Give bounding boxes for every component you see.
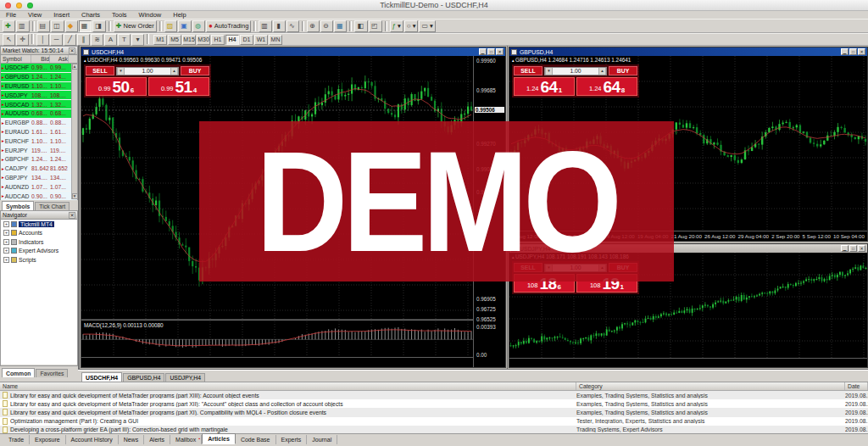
usdchf-window-titlebar[interactable]: USDCHF,H4 ▁ □ ✕: [81, 47, 505, 56]
timeframe-button[interactable]: H4: [225, 35, 239, 45]
market-watch-row[interactable]: ▸EURCHF 1.10... 1.10...: [1, 137, 77, 146]
menu-item[interactable]: Window: [133, 11, 168, 19]
maximize-icon[interactable]: □: [487, 48, 495, 55]
autotrading-button[interactable]: ● AutoTrading: [206, 20, 251, 32]
trendline-tool[interactable]: ╱: [64, 34, 76, 46]
templates-button[interactable]: ▭ ▾: [419, 20, 435, 32]
toolbar-button[interactable]: [159, 21, 162, 31]
chart-tab[interactable]: USDCHF,H4: [81, 372, 122, 382]
community-button[interactable]: ▣: [178, 20, 192, 32]
drawing-tool-button[interactable]: [31, 34, 34, 44]
toolbar-button[interactable]: [385, 21, 387, 31]
indicator-separator[interactable]: [81, 319, 505, 321]
tree-expander-icon[interactable]: +: [3, 248, 9, 254]
volume-stepper[interactable]: ▼ 1.00 ▲: [544, 67, 607, 75]
navigator-tab[interactable]: Common: [2, 368, 35, 377]
menu-item[interactable]: Insert: [47, 11, 75, 19]
indicators-button[interactable]: ƒ ▾: [390, 20, 403, 32]
volume-value[interactable]: 1.00: [553, 68, 598, 74]
candlestick-button[interactable]: ▮: [273, 20, 286, 32]
terminal-tab[interactable]: Trade: [3, 435, 30, 444]
timeframe-button[interactable]: M30: [197, 35, 210, 45]
scroll-up-icon[interactable]: ▲: [72, 64, 78, 70]
gbpusd-window-titlebar[interactable]: GBPUSD,H4 ▁ □ ✕: [509, 47, 867, 56]
close-panel-icon[interactable]: ✕: [69, 47, 75, 54]
name-column-header[interactable]: Name: [0, 382, 576, 390]
buy-button[interactable]: BUY: [181, 66, 209, 75]
timeframe-button[interactable]: W1: [254, 35, 268, 45]
close-icon[interactable]: ✕: [858, 48, 865, 55]
terminal-tab[interactable]: Account History: [66, 435, 119, 444]
market-watch-row[interactable]: ▸GBPCHF 1.24... 1.24...: [1, 155, 77, 164]
buy-price[interactable]: 0.99 51 4: [148, 77, 209, 96]
volume-value[interactable]: 1.00: [125, 68, 170, 74]
website-button[interactable]: ◍: [192, 20, 205, 32]
toolbar-button[interactable]: [302, 21, 304, 31]
sell-price[interactable]: 0.99 50 6: [86, 77, 147, 96]
arrange-vertical-button[interactable]: ◧: [354, 20, 368, 32]
toolbar-button[interactable]: [32, 21, 35, 31]
terminal-tab[interactable]: Alerts: [144, 435, 170, 444]
market-watch-tab[interactable]: Tick Chart: [35, 202, 70, 210]
minimize-icon[interactable]: ▁: [841, 245, 849, 252]
tree-expander-icon[interactable]: +: [3, 239, 9, 245]
toolbar-button[interactable]: [253, 21, 256, 31]
navigator-button[interactable]: ◆: [65, 20, 78, 32]
volume-down-icon[interactable]: ▼: [117, 68, 125, 75]
periods-button[interactable]: ○ ▾: [404, 20, 419, 32]
crosshair-tool[interactable]: ✛: [16, 34, 29, 46]
usdchf-time-axis[interactable]: [81, 357, 473, 367]
menu-item[interactable]: Help: [167, 11, 192, 19]
new-chart-button[interactable]: ✚: [3, 20, 15, 32]
close-panel-icon[interactable]: ✕: [69, 212, 75, 219]
date-column-header[interactable]: Date: [845, 382, 868, 390]
arrange-horizontal-button[interactable]: ◰: [369, 20, 382, 32]
profiles-button[interactable]: ▥: [16, 20, 30, 32]
tree-expander-icon[interactable]: +: [3, 257, 9, 263]
category-column-header[interactable]: Category: [576, 382, 845, 390]
buy-button[interactable]: BUY: [609, 66, 637, 75]
terminal-tab[interactable]: News: [119, 435, 145, 444]
Library for easy and quick development of MetaTrader programs (part XII): "Account" object class and collection of account objects[interactable]: Library for easy and quick development o…: [0, 399, 868, 408]
fibonacci-tool[interactable]: ≋: [91, 34, 103, 46]
market-watch-row[interactable]: ▸USDCAD 1.32... 1.32...: [1, 100, 77, 109]
market-watch-row[interactable]: ▸EURGBP 0.88... 0.88...: [1, 119, 77, 128]
drawing-tool-button[interactable]: [147, 34, 149, 44]
cursor-tool[interactable]: ↖: [3, 34, 15, 46]
sell-button[interactable]: SELL: [86, 66, 114, 75]
minimize-icon[interactable]: ▁: [479, 48, 487, 55]
timeframe-button[interactable]: M1: [153, 35, 167, 45]
maximize-icon[interactable]: □: [849, 48, 857, 55]
market-watch-row[interactable]: ▸USDCHF 0.99... 0.99...: [1, 64, 77, 73]
market-watch-row[interactable]: ▸EURAUD 1.61... 1.61...: [1, 128, 77, 137]
shapes-dropdown[interactable]: ▾: [131, 34, 144, 46]
text-tool[interactable]: A: [104, 34, 117, 46]
market-watch-row[interactable]: ▸USDJPY 108.... 108....: [1, 91, 77, 100]
data-window-button[interactable]: ◫: [51, 20, 64, 32]
navigator-item[interactable]: + Accounts: [1, 229, 77, 238]
buy-price[interactable]: 1.24 64 8: [576, 77, 637, 96]
minimize-icon[interactable]: ▁: [841, 48, 849, 55]
volume-up-icon[interactable]: ▲: [170, 68, 178, 75]
terminal-tab[interactable]: Code Base: [236, 435, 276, 444]
menu-item[interactable]: File: [0, 11, 22, 19]
bid-column-header[interactable]: Bid: [31, 55, 50, 63]
toolbar-button[interactable]: [349, 21, 352, 31]
tree-expander-icon[interactable]: +: [3, 230, 9, 236]
market-watch-scrollbar[interactable]: ▲ ▼: [71, 64, 77, 199]
metaeditor-button[interactable]: ▨: [164, 20, 178, 32]
tree-expander-icon[interactable]: +: [3, 221, 9, 227]
market-watch-row[interactable]: ▸EURUSD 1.10... 1.10...: [1, 82, 77, 92]
new-order-button[interactable]: ✚ New Order: [114, 20, 157, 32]
zoom-in-button[interactable]: ⊕: [307, 20, 320, 32]
navigator-item[interactable]: + Scripts: [1, 255, 77, 265]
terminal-button[interactable]: ▦: [79, 20, 92, 32]
volume-stepper[interactable]: ▼ 1.00 ▲: [116, 67, 179, 75]
scroll-down-icon[interactable]: ▼: [72, 193, 78, 199]
market-watch-row[interactable]: ▸CADJPY 81.642 81.652: [1, 164, 77, 174]
close-icon[interactable]: ✕: [496, 48, 504, 55]
terminal-tab[interactable]: Experts: [276, 435, 308, 444]
timeframe-button[interactable]: D1: [240, 35, 253, 45]
timeframe-button[interactable]: MN: [269, 35, 282, 45]
vertical-line-tool[interactable]: │: [36, 34, 49, 46]
